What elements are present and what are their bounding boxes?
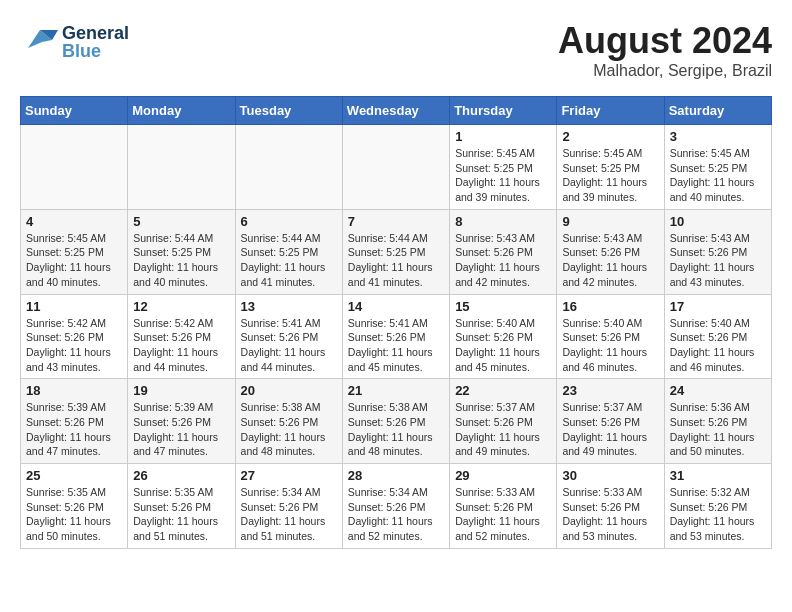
day-number: 7 — [348, 214, 444, 229]
day-detail: Sunrise: 5:40 AM Sunset: 5:26 PM Dayligh… — [670, 316, 766, 375]
day-number: 16 — [562, 299, 658, 314]
day-detail: Sunrise: 5:40 AM Sunset: 5:26 PM Dayligh… — [455, 316, 551, 375]
day-number: 15 — [455, 299, 551, 314]
calendar-cell: 28Sunrise: 5:34 AM Sunset: 5:26 PM Dayli… — [342, 464, 449, 549]
day-number: 8 — [455, 214, 551, 229]
day-detail: Sunrise: 5:42 AM Sunset: 5:26 PM Dayligh… — [133, 316, 229, 375]
day-number: 22 — [455, 383, 551, 398]
calendar-cell: 4Sunrise: 5:45 AM Sunset: 5:25 PM Daylig… — [21, 209, 128, 294]
calendar-cell: 22Sunrise: 5:37 AM Sunset: 5:26 PM Dayli… — [450, 379, 557, 464]
calendar-cell: 2Sunrise: 5:45 AM Sunset: 5:25 PM Daylig… — [557, 125, 664, 210]
day-of-week-thursday: Thursday — [450, 97, 557, 125]
day-detail: Sunrise: 5:45 AM Sunset: 5:25 PM Dayligh… — [670, 146, 766, 205]
calendar-cell: 23Sunrise: 5:37 AM Sunset: 5:26 PM Dayli… — [557, 379, 664, 464]
logo-icon — [20, 20, 58, 63]
day-detail: Sunrise: 5:43 AM Sunset: 5:26 PM Dayligh… — [562, 231, 658, 290]
day-detail: Sunrise: 5:43 AM Sunset: 5:26 PM Dayligh… — [670, 231, 766, 290]
calendar-cell: 31Sunrise: 5:32 AM Sunset: 5:26 PM Dayli… — [664, 464, 771, 549]
calendar-cell: 15Sunrise: 5:40 AM Sunset: 5:26 PM Dayli… — [450, 294, 557, 379]
calendar-cell: 21Sunrise: 5:38 AM Sunset: 5:26 PM Dayli… — [342, 379, 449, 464]
day-detail: Sunrise: 5:35 AM Sunset: 5:26 PM Dayligh… — [26, 485, 122, 544]
day-detail: Sunrise: 5:45 AM Sunset: 5:25 PM Dayligh… — [562, 146, 658, 205]
calendar-cell: 19Sunrise: 5:39 AM Sunset: 5:26 PM Dayli… — [128, 379, 235, 464]
calendar-cell — [128, 125, 235, 210]
calendar-cell: 27Sunrise: 5:34 AM Sunset: 5:26 PM Dayli… — [235, 464, 342, 549]
day-number: 25 — [26, 468, 122, 483]
day-number: 6 — [241, 214, 337, 229]
day-number: 20 — [241, 383, 337, 398]
day-number: 13 — [241, 299, 337, 314]
day-number: 3 — [670, 129, 766, 144]
calendar-week-3: 11Sunrise: 5:42 AM Sunset: 5:26 PM Dayli… — [21, 294, 772, 379]
day-of-week-sunday: Sunday — [21, 97, 128, 125]
calendar-cell: 10Sunrise: 5:43 AM Sunset: 5:26 PM Dayli… — [664, 209, 771, 294]
calendar-cell: 11Sunrise: 5:42 AM Sunset: 5:26 PM Dayli… — [21, 294, 128, 379]
calendar-cell: 25Sunrise: 5:35 AM Sunset: 5:26 PM Dayli… — [21, 464, 128, 549]
calendar-cell: 14Sunrise: 5:41 AM Sunset: 5:26 PM Dayli… — [342, 294, 449, 379]
logo-general-text: General — [62, 24, 129, 42]
day-detail: Sunrise: 5:44 AM Sunset: 5:25 PM Dayligh… — [241, 231, 337, 290]
calendar-cell: 9Sunrise: 5:43 AM Sunset: 5:26 PM Daylig… — [557, 209, 664, 294]
day-number: 5 — [133, 214, 229, 229]
day-of-week-saturday: Saturday — [664, 97, 771, 125]
calendar-cell — [342, 125, 449, 210]
day-detail: Sunrise: 5:45 AM Sunset: 5:25 PM Dayligh… — [455, 146, 551, 205]
calendar-cell: 13Sunrise: 5:41 AM Sunset: 5:26 PM Dayli… — [235, 294, 342, 379]
day-number: 17 — [670, 299, 766, 314]
day-detail: Sunrise: 5:39 AM Sunset: 5:26 PM Dayligh… — [133, 400, 229, 459]
calendar-cell: 26Sunrise: 5:35 AM Sunset: 5:26 PM Dayli… — [128, 464, 235, 549]
day-number: 28 — [348, 468, 444, 483]
header-row: SundayMondayTuesdayWednesdayThursdayFrid… — [21, 97, 772, 125]
calendar-cell: 3Sunrise: 5:45 AM Sunset: 5:25 PM Daylig… — [664, 125, 771, 210]
day-detail: Sunrise: 5:34 AM Sunset: 5:26 PM Dayligh… — [241, 485, 337, 544]
day-detail: Sunrise: 5:35 AM Sunset: 5:26 PM Dayligh… — [133, 485, 229, 544]
day-number: 11 — [26, 299, 122, 314]
day-number: 29 — [455, 468, 551, 483]
day-number: 9 — [562, 214, 658, 229]
day-detail: Sunrise: 5:41 AM Sunset: 5:26 PM Dayligh… — [348, 316, 444, 375]
calendar-cell: 18Sunrise: 5:39 AM Sunset: 5:26 PM Dayli… — [21, 379, 128, 464]
day-detail: Sunrise: 5:37 AM Sunset: 5:26 PM Dayligh… — [455, 400, 551, 459]
day-number: 12 — [133, 299, 229, 314]
day-detail: Sunrise: 5:36 AM Sunset: 5:26 PM Dayligh… — [670, 400, 766, 459]
day-detail: Sunrise: 5:32 AM Sunset: 5:26 PM Dayligh… — [670, 485, 766, 544]
day-detail: Sunrise: 5:33 AM Sunset: 5:26 PM Dayligh… — [562, 485, 658, 544]
calendar-cell: 17Sunrise: 5:40 AM Sunset: 5:26 PM Dayli… — [664, 294, 771, 379]
calendar-body: 1Sunrise: 5:45 AM Sunset: 5:25 PM Daylig… — [21, 125, 772, 549]
calendar-week-4: 18Sunrise: 5:39 AM Sunset: 5:26 PM Dayli… — [21, 379, 772, 464]
logo-blue-text: Blue — [62, 42, 129, 60]
day-detail: Sunrise: 5:39 AM Sunset: 5:26 PM Dayligh… — [26, 400, 122, 459]
calendar-table: SundayMondayTuesdayWednesdayThursdayFrid… — [20, 96, 772, 549]
day-number: 2 — [562, 129, 658, 144]
calendar-cell — [235, 125, 342, 210]
month-year: August 2024 — [558, 20, 772, 62]
day-of-week-wednesday: Wednesday — [342, 97, 449, 125]
calendar-cell: 30Sunrise: 5:33 AM Sunset: 5:26 PM Dayli… — [557, 464, 664, 549]
day-detail: Sunrise: 5:37 AM Sunset: 5:26 PM Dayligh… — [562, 400, 658, 459]
day-of-week-monday: Monday — [128, 97, 235, 125]
day-detail: Sunrise: 5:34 AM Sunset: 5:26 PM Dayligh… — [348, 485, 444, 544]
day-detail: Sunrise: 5:44 AM Sunset: 5:25 PM Dayligh… — [348, 231, 444, 290]
day-of-week-friday: Friday — [557, 97, 664, 125]
calendar-cell: 20Sunrise: 5:38 AM Sunset: 5:26 PM Dayli… — [235, 379, 342, 464]
calendar-cell: 1Sunrise: 5:45 AM Sunset: 5:25 PM Daylig… — [450, 125, 557, 210]
day-number: 19 — [133, 383, 229, 398]
logo: General Blue — [20, 20, 129, 63]
day-detail: Sunrise: 5:43 AM Sunset: 5:26 PM Dayligh… — [455, 231, 551, 290]
calendar-week-5: 25Sunrise: 5:35 AM Sunset: 5:26 PM Dayli… — [21, 464, 772, 549]
day-number: 4 — [26, 214, 122, 229]
day-number: 27 — [241, 468, 337, 483]
calendar-cell: 5Sunrise: 5:44 AM Sunset: 5:25 PM Daylig… — [128, 209, 235, 294]
day-number: 14 — [348, 299, 444, 314]
day-number: 26 — [133, 468, 229, 483]
calendar-week-2: 4Sunrise: 5:45 AM Sunset: 5:25 PM Daylig… — [21, 209, 772, 294]
calendar-cell: 29Sunrise: 5:33 AM Sunset: 5:26 PM Dayli… — [450, 464, 557, 549]
day-detail: Sunrise: 5:42 AM Sunset: 5:26 PM Dayligh… — [26, 316, 122, 375]
calendar-header: SundayMondayTuesdayWednesdayThursdayFrid… — [21, 97, 772, 125]
day-number: 10 — [670, 214, 766, 229]
calendar-cell: 16Sunrise: 5:40 AM Sunset: 5:26 PM Dayli… — [557, 294, 664, 379]
day-number: 24 — [670, 383, 766, 398]
calendar-cell: 7Sunrise: 5:44 AM Sunset: 5:25 PM Daylig… — [342, 209, 449, 294]
day-number: 18 — [26, 383, 122, 398]
calendar-cell: 24Sunrise: 5:36 AM Sunset: 5:26 PM Dayli… — [664, 379, 771, 464]
